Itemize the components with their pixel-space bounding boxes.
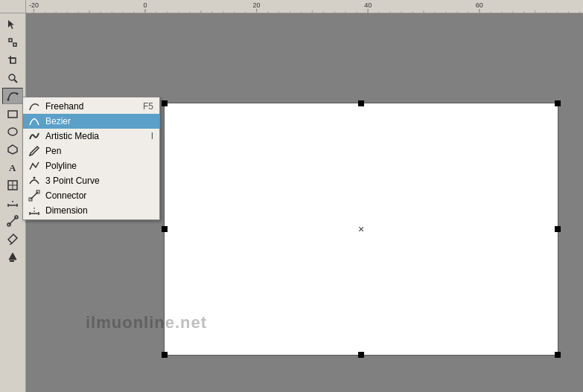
context-menu: Freehand F5 Bezier Artistic Media I Pen … — [22, 97, 160, 220]
ruler-top — [26, 0, 583, 13]
connector-menu-icon — [28, 189, 41, 202]
artistic-media-icon — [28, 129, 41, 143]
svg-line-23 — [10, 243, 12, 245]
svg-rect-0 — [9, 39, 12, 42]
menu-item-pen[interactable]: Pen — [23, 144, 159, 158]
connector-label: Connector — [45, 190, 86, 201]
svg-line-6 — [14, 80, 17, 83]
freehand-tool[interactable] — [2, 88, 23, 104]
bezier-label: Bezier — [45, 116, 71, 126]
freehand-shortcut: F5 — [143, 101, 153, 112]
dimension-menu-icon — [28, 204, 41, 217]
menu-item-freehand[interactable]: Freehand F5 — [23, 99, 159, 114]
3point-curve-label: 3 Point Curve — [45, 176, 100, 186]
handle-tl[interactable] — [162, 100, 168, 106]
svg-point-5 — [9, 74, 15, 80]
menu-item-dimension[interactable]: Dimension — [23, 203, 159, 218]
page: × — [164, 103, 558, 356]
node-edit-tool[interactable] — [2, 34, 23, 51]
rectangle-tool[interactable] — [2, 106, 23, 122]
3point-curve-icon — [28, 174, 41, 187]
svg-point-8 — [16, 93, 19, 95]
dimension-tool[interactable] — [2, 195, 23, 211]
handle-bm[interactable] — [358, 352, 364, 358]
svg-point-25 — [34, 177, 36, 179]
center-cross: × — [358, 223, 364, 235]
menu-item-artistic-media[interactable]: Artistic Media I — [23, 129, 159, 144]
svg-text:A: A — [9, 162, 16, 173]
crop-tool[interactable] — [2, 52, 23, 68]
ruler-corner — [0, 0, 26, 13]
text-tool[interactable]: A — [2, 159, 23, 176]
pen-label: Pen — [45, 146, 61, 156]
fill-tool[interactable] — [2, 248, 23, 265]
freehand-icon — [28, 100, 41, 113]
handle-br[interactable] — [555, 352, 561, 358]
menu-item-connector[interactable]: Connector — [23, 188, 159, 203]
handle-tr[interactable] — [555, 100, 561, 106]
zoom-tool[interactable] — [2, 70, 23, 86]
svg-rect-4 — [10, 58, 16, 63]
select-tool[interactable] — [2, 16, 23, 33]
svg-marker-11 — [8, 145, 17, 154]
freehand-label: Freehand — [45, 101, 83, 112]
handle-bl[interactable] — [162, 352, 168, 358]
menu-item-3point-curve[interactable]: 3 Point Curve — [23, 173, 159, 188]
handle-ml[interactable] — [162, 226, 168, 232]
menu-item-polyline[interactable]: Polyline — [23, 158, 159, 173]
artistic-media-label: Artistic Media — [45, 131, 99, 141]
connector-tool[interactable] — [2, 213, 23, 229]
svg-point-10 — [8, 128, 17, 135]
polyline-label: Polyline — [45, 161, 77, 171]
bezier-icon — [28, 115, 41, 128]
artistic-media-shortcut: I — [151, 131, 153, 141]
handle-mr[interactable] — [555, 226, 561, 232]
dimension-label: Dimension — [45, 205, 88, 216]
table-tool[interactable] — [2, 177, 23, 193]
handle-tm[interactable] — [358, 100, 364, 106]
svg-rect-24 — [10, 260, 14, 262]
dropper-tool[interactable] — [2, 231, 23, 247]
ellipse-tool[interactable] — [2, 123, 23, 140]
menu-item-bezier[interactable]: Bezier — [23, 114, 159, 129]
svg-point-7 — [7, 99, 10, 101]
pen-icon — [28, 144, 41, 158]
polygon-tool[interactable] — [2, 141, 23, 158]
polyline-icon — [28, 159, 41, 173]
svg-rect-9 — [8, 111, 17, 118]
svg-rect-1 — [13, 43, 16, 46]
